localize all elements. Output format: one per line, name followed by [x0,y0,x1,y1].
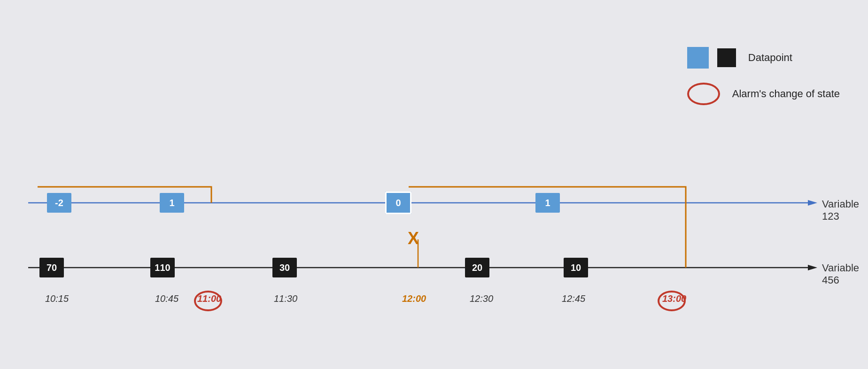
black-dp-1: 70 [39,258,64,277]
black-dp-2: 110 [150,258,175,277]
black-dp-4: 20 [465,258,489,277]
legend-alarm-label: Alarm's change of state [732,88,840,100]
time-label-1015: 10:15 [45,293,69,304]
legend-black-square [717,48,736,67]
blue-dp-1: -2 [47,193,71,213]
legend-alarm-row: Alarm's change of state [687,83,840,105]
variable-123-label: Variable 123 [822,198,868,223]
time-label-1200: 12:00 [402,293,426,304]
black-dp-5: 10 [564,258,588,277]
alarm-circle-1300 [658,291,686,311]
blue-dp-3-outlined: 0 [385,192,411,214]
svg-marker-1 [808,200,817,206]
time-label-1130: 11:30 [274,293,297,304]
variable-456-label: Variable 456 [822,262,868,286]
alarm-circle-1100 [194,291,222,311]
legend-blue-square [687,47,709,69]
legend-datapoint-row: Datapoint [687,47,840,69]
legend: Datapoint Alarm's change of state [687,47,840,105]
blue-dp-4: 1 [535,193,560,213]
time-label-1045: 10:45 [155,293,178,304]
x-marker-1200: X [408,229,419,248]
time-label-1230: 12:30 [470,293,493,304]
legend-datapoint-label: Datapoint [748,52,792,64]
time-label-1245: 12:45 [562,293,585,304]
svg-marker-3 [808,265,817,270]
legend-alarm-oval [687,83,720,105]
blue-dp-2: 1 [160,193,184,213]
black-dp-3: 30 [272,258,297,277]
